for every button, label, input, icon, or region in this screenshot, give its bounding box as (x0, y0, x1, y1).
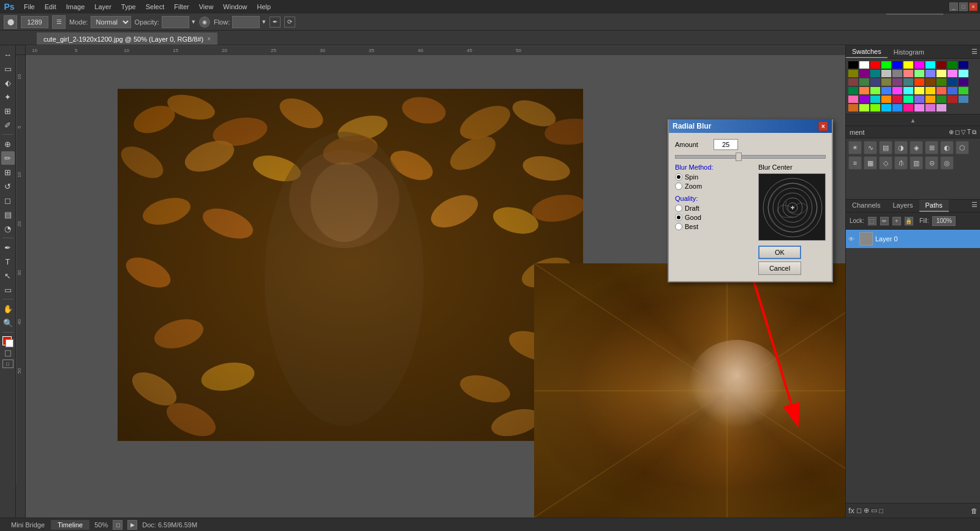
pen-tool[interactable]: ✒ (1, 241, 15, 254)
blur-center-preview[interactable] (758, 173, 826, 241)
lock-image[interactable]: ✏ (880, 217, 889, 225)
adj-channel-mixer[interactable]: ≡ (848, 156, 862, 170)
swatch-7cfc00[interactable] (870, 104, 880, 111)
eyedropper-tool[interactable]: ✐ (1, 118, 15, 132)
amount-slider-track[interactable] (675, 155, 826, 159)
spin-radio-row[interactable]: Spin (675, 173, 753, 181)
adj-icon-5[interactable]: ⧉ (972, 129, 976, 136)
zoom-out-btn[interactable]: ◻ (113, 520, 123, 530)
swatch-ff69b4[interactable] (848, 96, 858, 103)
good-radio-row[interactable]: Good (675, 214, 753, 221)
swatch-400080[interactable] (959, 78, 968, 86)
window-minimize[interactable]: _ (949, 2, 958, 11)
swatch-808080[interactable] (892, 70, 902, 77)
brush-tool[interactable]: ✏ (1, 151, 15, 165)
adj-colorbalance[interactable]: ⊞ (925, 141, 938, 154)
swatch-ffa500[interactable] (925, 96, 935, 103)
crop-tool[interactable]: ⊞ (1, 104, 15, 118)
swatch-808000[interactable] (848, 70, 858, 77)
swatch-004080[interactable] (948, 78, 957, 86)
adj-selective-color[interactable]: ◇ (879, 156, 892, 170)
tab-layers[interactable]: Layers (886, 200, 919, 212)
adj-exposure[interactable]: ◎ (940, 156, 954, 170)
menu-window[interactable]: Window (219, 2, 251, 12)
amount-input[interactable]: 25 (714, 139, 738, 150)
layer-row[interactable]: 👁 Layer 0 (846, 230, 980, 248)
menu-image[interactable]: Image (62, 2, 89, 12)
swatch-808040[interactable] (881, 78, 891, 86)
swatch-408080[interactable] (903, 78, 913, 86)
swatch-ffffff[interactable] (859, 61, 869, 69)
swatch-000080[interactable] (959, 61, 968, 69)
good-radio[interactable] (675, 214, 682, 221)
swatch-800080[interactable] (859, 70, 869, 77)
layer-visibility[interactable]: 👁 (848, 236, 857, 243)
swatch-ff1493[interactable] (903, 104, 913, 111)
swatch-4169e1[interactable] (948, 87, 957, 94)
blur-tool[interactable]: ◔ (1, 222, 15, 235)
adj-brightness[interactable]: ☀ (848, 141, 862, 154)
adj-threshold[interactable]: ⫛ (894, 156, 908, 170)
swatch-ff0000[interactable] (870, 61, 880, 69)
cancel-button[interactable]: Cancel (758, 262, 801, 275)
tab-swatches[interactable]: Swatches (846, 46, 888, 58)
swatch-804000[interactable] (925, 78, 935, 86)
swatch-b22222[interactable] (948, 96, 957, 103)
swatch-00bfff[interactable] (881, 104, 891, 111)
collapse-icon[interactable]: ▲ (910, 117, 916, 124)
adj-icon-2[interactable]: ◻ (955, 129, 960, 136)
brush-preset-icon[interactable]: ☰ (52, 15, 66, 29)
adj-posterize[interactable]: ▥ (910, 156, 923, 170)
spin-radio[interactable] (675, 173, 682, 181)
marquee-tool[interactable]: ▭ (1, 62, 15, 75)
brush-size-input[interactable]: 1289 (21, 16, 48, 28)
adj-black-white[interactable]: ◐ (940, 141, 954, 154)
swatch-dda0dd[interactable] (937, 104, 946, 111)
swatch-804080[interactable] (892, 78, 902, 86)
lasso-tool[interactable]: ⬖ (1, 76, 15, 89)
fx-btn[interactable]: fx (848, 506, 854, 515)
swatch-ff40ff[interactable] (892, 87, 902, 94)
swatch-000000[interactable] (848, 61, 858, 69)
swatch-ff6347[interactable] (937, 87, 946, 94)
swatch-008080[interactable] (870, 70, 880, 77)
swatch-ffd700[interactable] (925, 87, 935, 94)
swatch-00ffff[interactable] (925, 61, 935, 69)
zoom-tool[interactable]: 🔍 (1, 316, 15, 330)
flow-dropdown[interactable]: ▾ (262, 18, 266, 26)
draft-radio-row[interactable]: Draft (675, 205, 753, 212)
swatch-32cd32[interactable] (959, 87, 968, 94)
swatch-404080[interactable] (870, 78, 880, 86)
menu-view[interactable]: View (195, 2, 218, 12)
swatch-00ced1[interactable] (870, 96, 880, 103)
swatch-ff80ff[interactable] (948, 70, 957, 77)
menu-edit[interactable]: Edit (40, 2, 61, 12)
tab-paths[interactable]: Paths (919, 200, 949, 212)
swatch-1e90ff[interactable] (892, 104, 902, 111)
swatch-40ffff[interactable] (903, 87, 913, 94)
swatch-80ff40[interactable] (870, 87, 880, 94)
swatch-8080ff[interactable] (925, 70, 935, 77)
tab-mini-bridge[interactable]: Mini Bridge (5, 520, 51, 530)
path-select-tool[interactable]: ↖ (1, 269, 15, 282)
menu-layer[interactable]: Layer (90, 2, 116, 12)
gradient-tool[interactable]: ▤ (1, 208, 15, 221)
opacity-input[interactable]: 100% (162, 16, 189, 28)
swatch-ff8c00[interactable] (881, 96, 891, 103)
menu-type[interactable]: Type (117, 2, 140, 12)
adj-photo-filter[interactable]: ⬡ (956, 141, 969, 154)
adj-icon-4[interactable]: T (967, 129, 971, 136)
adj-invert[interactable]: ⊝ (925, 156, 938, 170)
swatch-800000[interactable] (937, 61, 946, 69)
quick-mask-mode[interactable] (5, 350, 11, 356)
brush-size-icon[interactable]: ⬤ (4, 15, 17, 29)
spot-heal-tool[interactable]: ⊕ (1, 137, 15, 151)
panel-menu-btn[interactable]: ☰ (969, 47, 980, 57)
new-group-btn[interactable]: ▭ (871, 507, 877, 514)
zoom-radio[interactable] (675, 183, 682, 190)
swatch-d2691e[interactable] (848, 104, 858, 111)
swatch-00ff00[interactable] (881, 61, 891, 69)
adj-curves[interactable]: ∿ (864, 141, 877, 154)
tab-timeline[interactable]: Timeline (51, 520, 89, 530)
clone-stamp-tool[interactable]: ⊞ (1, 165, 15, 179)
